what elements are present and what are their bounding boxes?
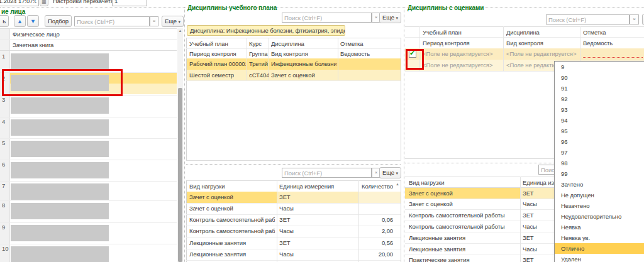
plan-cell-discipline[interactable]: Инфекционные болезни, ... [271,58,336,70]
right-load-cell-kind[interactable]: Лекционные занятия [409,244,518,254]
plan-cell-control[interactable]: Зачет с оценкой [271,70,336,80]
discipline-filter-tag[interactable]: Дисциплина: Инфекционные болезни, фтизиа… [187,25,345,36]
middle-search-input[interactable] [282,13,372,23]
recredit-settings-input[interactable] [112,0,147,6]
dropdown-item[interactable]: 97 [555,147,644,158]
load-cell-kind[interactable]: Зачет с оценкой [189,192,275,203]
load-col-kind[interactable]: Вид нагрузки [189,182,271,191]
redacted-person[interactable] [11,183,109,200]
move-up-button[interactable]: ▲ [14,15,26,27]
middle-load-more-button[interactable]: Еще ▾ [379,167,401,178]
recredit-datetime-field[interactable] [0,0,39,6]
dropdown-item[interactable]: 96 [555,136,644,147]
left-search-clear-button[interactable]: × [150,16,158,26]
pick-button[interactable]: Подбор [45,15,72,27]
load-cell-kind[interactable]: Зачет с оценкой [189,203,275,214]
dropdown-item[interactable]: 95 [555,126,644,136]
dropdown-item[interactable]: Зачтено [555,179,644,190]
scrollbar-thumb[interactable] [178,88,182,262]
redacted-person[interactable] [11,53,109,70]
plan-col-period[interactable]: Период контроля [189,49,245,58]
right-search-clear-button[interactable]: × [630,14,639,25]
load-cell-unit[interactable]: Часы [279,226,342,237]
dropdown-item[interactable]: 98 [555,158,644,168]
dropdown-item[interactable]: Неявка ув. [555,232,644,243]
right-search-input[interactable] [546,14,630,25]
plan-col-control[interactable]: Вид контроля [271,49,334,58]
grades-col-plan[interactable]: Учебный план [423,28,498,37]
load-cell-unit[interactable]: Часы [279,249,342,260]
load-cell-qty[interactable]: 2,00 [340,226,393,237]
right-load-cell-kind[interactable]: Контроль самостоятельной работы [409,210,518,221]
left-clipped-button[interactable]: ь [0,15,9,27]
redacted-person[interactable] [11,97,109,114]
load-cell-kind[interactable]: Лекционные занятия [189,249,275,260]
column-header-gradebook[interactable]: Зачетная книга [13,40,138,50]
redacted-person[interactable] [11,119,109,136]
column-header-person[interactable]: Физическое лицо [13,30,138,40]
dropdown-item[interactable]: Не допущен [555,190,644,200]
load-col-qty[interactable]: Количество [340,182,393,191]
dropdown-item-highlighted[interactable]: Отлично [555,243,644,254]
plan-cell-period[interactable]: Шестой семестр [189,70,246,80]
right-load-cell-kind[interactable]: Зачет с оценкой [409,188,518,199]
redacted-person[interactable] [11,246,109,262]
right-load-cell-kind[interactable]: Практические занятия [409,254,518,262]
load-cell-qty[interactable]: 0,56 [340,237,393,249]
plan-col-group[interactable]: Группа [249,49,269,58]
plan-cell-course[interactable]: Третий [249,58,269,70]
dropdown-item[interactable]: Незачтено [555,200,644,211]
grades-col-period[interactable]: Период контроля [423,38,498,48]
scroll-up-icon[interactable]: ▲ [395,182,400,187]
move-down-button[interactable]: ▼ [27,15,39,27]
dropdown-item[interactable]: Неявка [555,222,644,232]
right-load-col-kind[interactable]: Вид нагрузки [409,178,503,187]
grades-cell-control[interactable]: <Поле не редактируется> [506,48,579,60]
dropdown-item[interactable]: 90 [555,72,644,83]
right-load-cell-kind[interactable]: Зачет с оценкой [409,199,518,209]
plan-cell-group[interactable]: сСТ404 [249,70,269,80]
redacted-person[interactable] [11,225,109,241]
grades-col-mark[interactable]: Отметка [583,28,640,37]
grades-col-sheet[interactable]: Ведомость [583,38,640,48]
load-cell-unit[interactable]: ЗЕТ [279,214,342,226]
plan-col-discipline[interactable]: Дисциплина [271,39,334,48]
load-cell-qty[interactable]: 20,00 [340,249,393,260]
dropdown-item[interactable]: 94 [555,115,644,126]
load-cell-unit[interactable]: Часы [279,203,342,214]
grades-col-discipline[interactable]: Дисциплина [506,28,575,37]
dropdown-item[interactable]: 99 [555,168,644,179]
grades-col-control[interactable]: Вид контроля [506,38,575,48]
plan-col-course[interactable]: Курс [249,39,268,48]
redacted-person[interactable] [11,203,109,219]
load-cell-kind[interactable]: Контроль самостоятельной работы [189,214,275,226]
middle-more-button[interactable]: Еще ▾ [379,12,401,23]
right-load-cell-kind[interactable]: Контроль самостоятельной работы [409,221,518,232]
plan-cell-plan[interactable]: Рабочий план 000001... [189,58,246,70]
panel-splitter-right[interactable] [404,8,404,262]
dropdown-item[interactable]: 91 [555,83,644,94]
scroll-up-icon[interactable]: ▲ [177,28,183,33]
left-more-button[interactable]: Еще ▾ [162,16,184,27]
left-search-input[interactable] [74,16,150,26]
middle-load-search-input[interactable] [282,168,372,178]
panel-splitter-left[interactable] [184,8,185,262]
right-load-cell-kind[interactable]: Лекционные занятия [409,232,518,243]
load-cell-kind[interactable]: Контроль самостоятельной работы [189,226,275,237]
grades-cell-period[interactable]: <Поле не редактируется> [423,48,501,60]
dropdown-item[interactable]: 9 [555,62,644,72]
grades-cell-period[interactable]: <Поле не редактируется> [423,60,501,71]
redacted-person[interactable] [11,162,109,178]
load-cell-unit[interactable]: ЗЕТ [279,237,342,249]
calendar-button[interactable]: ▦ [40,0,48,6]
dropdown-item[interactable]: Удален [555,254,644,262]
dropdown-item[interactable]: 92 [555,94,644,104]
dropdown-item[interactable]: 93 [555,104,644,115]
plan-col-mark[interactable]: Отметка [340,39,397,48]
grade-edit-field[interactable] [583,57,643,58]
plan-col-plan[interactable]: Учебный план [189,39,245,48]
redacted-person[interactable] [11,141,109,157]
load-cell-qty[interactable]: 0,06 [340,214,393,226]
load-cell-unit[interactable]: ЗЕТ [279,192,342,203]
plan-col-sheet[interactable]: Ведомость [340,49,397,58]
